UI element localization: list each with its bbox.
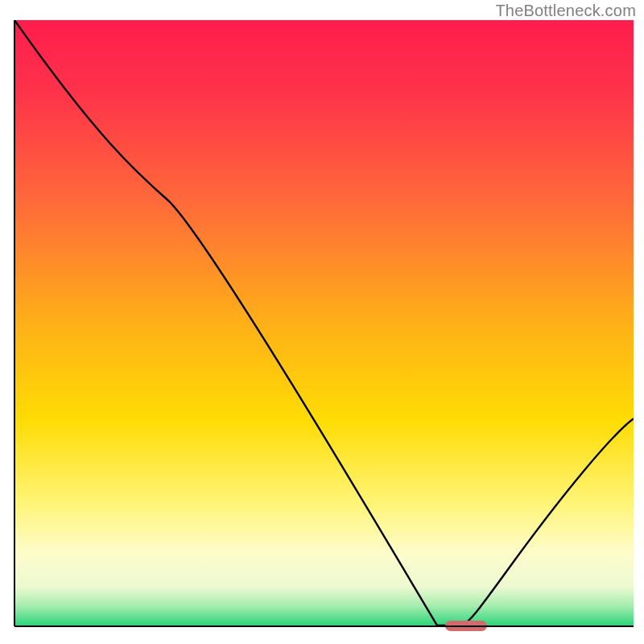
- bottleneck-chart: [0, 0, 644, 644]
- chart-container: TheBottleneck.com: [0, 0, 644, 644]
- plot-background: [14, 20, 634, 626]
- attribution-label: TheBottleneck.com: [495, 2, 636, 20]
